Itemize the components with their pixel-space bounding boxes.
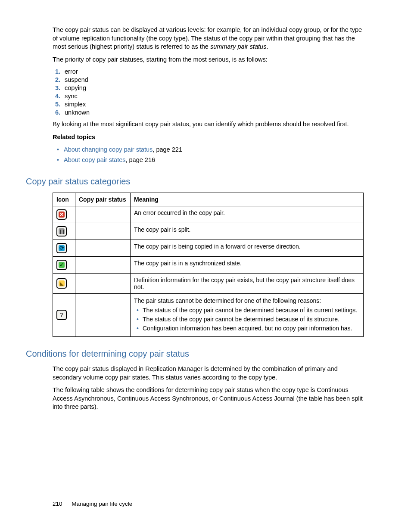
cell-status: [75, 240, 131, 256]
priority-item: simplex: [62, 101, 364, 108]
table-row: The copy pair is in a synchronized state…: [53, 256, 364, 273]
intro-paragraph-2: The priority of copy pair statuses, star…: [53, 56, 364, 64]
related-topic-suffix: , page 216: [125, 156, 155, 163]
sync-icon: [56, 260, 67, 270]
related-topics-heading: Related topics: [53, 133, 364, 142]
cell-status: [75, 256, 131, 273]
related-topic-suffix: , page 221: [153, 146, 182, 153]
page-footer: 210 Managing pair life cycle: [53, 501, 132, 507]
cell-meaning: The copy pair is split.: [131, 223, 364, 240]
unknown-reason: The status of the copy pair cannot be de…: [137, 306, 360, 314]
summary-pair-status-term: summary pair status: [210, 43, 267, 50]
after-list-paragraph: By looking at the most significant copy …: [53, 120, 364, 129]
related-topics-list: About changing copy pair status, page 22…: [53, 146, 364, 164]
priority-item: unknown: [62, 109, 364, 116]
th-status: Copy pair status: [75, 193, 131, 206]
error-icon: [56, 209, 67, 220]
priority-item: error: [62, 68, 364, 75]
conditions-paragraph-2: The following table shows the conditions…: [53, 386, 364, 411]
cell-meaning: The copy pair is being copied in a forwa…: [131, 240, 364, 256]
cell-meaning: The pair status cannot be determined for…: [131, 293, 364, 337]
conditions-paragraph-1: The copy pair status displayed in Replic…: [53, 365, 364, 382]
unknown-reason: The status of the copy pair cannot be de…: [137, 315, 360, 324]
priority-list: error suspend copying sync simplex unkno…: [53, 68, 364, 116]
th-meaning: Meaning: [131, 193, 364, 206]
priority-item: copying: [62, 84, 364, 91]
cell-icon: [53, 273, 75, 293]
cell-icon: [53, 223, 75, 240]
table-row: Definition information for the copy pair…: [53, 273, 364, 293]
status-categories-table: Icon Copy pair status Meaning An error o…: [53, 193, 364, 337]
th-icon: Icon: [53, 193, 75, 206]
unknown-lead: The pair status cannot be determined for…: [134, 297, 360, 305]
unknown-reason: Configuration information has been acqui…: [137, 324, 360, 333]
related-topic-link[interactable]: About copy pair states: [64, 156, 125, 163]
cell-status: [75, 293, 131, 337]
cell-meaning: The copy pair is in a synchronized state…: [131, 256, 364, 273]
intro-p1a: The copy pair status can be displayed at…: [53, 26, 362, 50]
priority-item: suspend: [62, 76, 364, 83]
simplex-icon: [56, 278, 67, 289]
cell-status: [75, 273, 131, 293]
cell-icon: [53, 206, 75, 223]
intro-paragraph-1: The copy pair status can be displayed at…: [53, 26, 364, 51]
related-topic-item: About copy pair states, page 216: [57, 156, 364, 165]
section-heading-categories: Copy pair status categories: [26, 177, 364, 187]
related-topic-link[interactable]: About changing copy pair status: [64, 146, 153, 153]
cell-status: [75, 206, 131, 223]
cell-meaning: Definition information for the copy pair…: [131, 273, 364, 293]
section-heading-conditions: Conditions for determining copy pair sta…: [26, 349, 364, 359]
intro-p1b: .: [266, 43, 268, 50]
table-row: The pair status cannot be determined for…: [53, 293, 364, 337]
cell-icon: [53, 240, 75, 256]
cell-icon: [53, 293, 75, 337]
table-row: An error occurred in the copy pair.: [53, 206, 364, 223]
table-row: The copy pair is split.: [53, 223, 364, 240]
unknown-icon: [56, 310, 67, 320]
copying-icon: [56, 243, 67, 253]
suspend-icon: [56, 226, 67, 236]
related-topic-item: About changing copy pair status, page 22…: [57, 146, 364, 154]
unknown-reasons-list: The status of the copy pair cannot be de…: [134, 306, 360, 333]
priority-item: sync: [62, 93, 364, 100]
page-number: 210: [53, 501, 62, 507]
cell-status: [75, 223, 131, 240]
table-row: The copy pair is being copied in a forwa…: [53, 240, 364, 256]
cell-meaning: An error occurred in the copy pair.: [131, 206, 364, 223]
cell-icon: [53, 256, 75, 273]
chapter-title: Managing pair life cycle: [72, 501, 132, 507]
